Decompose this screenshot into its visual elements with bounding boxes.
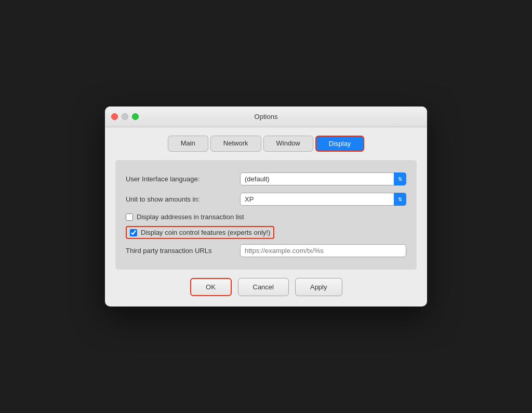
checkbox1-row: Display addresses in transaction list bbox=[126, 213, 406, 221]
display-addresses-label: Display addresses in transaction list bbox=[137, 213, 244, 221]
coin-control-highlight: Display coin control features (experts o… bbox=[126, 226, 274, 239]
window-title: Options bbox=[255, 113, 278, 121]
url-input[interactable] bbox=[240, 244, 406, 257]
apply-button[interactable]: Apply bbox=[295, 278, 342, 296]
unit-select[interactable]: XP bbox=[240, 193, 406, 206]
language-select[interactable]: (default) bbox=[240, 172, 406, 185]
display-addresses-checkbox[interactable] bbox=[126, 214, 133, 221]
close-button[interactable] bbox=[111, 113, 118, 120]
maximize-button[interactable] bbox=[132, 113, 139, 120]
ok-button[interactable]: OK bbox=[190, 278, 232, 296]
checkbox2-row: Display coin control features (experts o… bbox=[126, 226, 406, 239]
language-row: User Interface language: (default) ⇅ bbox=[126, 172, 406, 185]
coin-control-label: Display coin control features (experts o… bbox=[141, 229, 270, 236]
traffic-lights bbox=[111, 113, 139, 120]
tab-display[interactable]: Display bbox=[315, 136, 365, 152]
coin-control-checkbox[interactable] bbox=[130, 229, 137, 236]
minimize-button[interactable] bbox=[122, 113, 128, 120]
tab-main[interactable]: Main bbox=[168, 136, 208, 152]
tab-network[interactable]: Network bbox=[210, 136, 261, 152]
url-label: Third party transaction URLs bbox=[126, 247, 240, 255]
unit-label: Unit to show amounts in: bbox=[126, 195, 240, 203]
options-window: Options Main Network Window Display User… bbox=[105, 106, 427, 307]
unit-select-wrapper: XP ⇅ bbox=[240, 193, 406, 206]
tab-window[interactable]: Window bbox=[263, 136, 313, 152]
url-row: Third party transaction URLs bbox=[126, 244, 406, 257]
titlebar: Options bbox=[105, 106, 427, 127]
language-label: User Interface language: bbox=[126, 175, 240, 183]
unit-row: Unit to show amounts in: XP ⇅ bbox=[126, 193, 406, 206]
language-select-wrapper: (default) ⇅ bbox=[240, 172, 406, 185]
button-row: OK Cancel Apply bbox=[115, 278, 417, 296]
content-area: User Interface language: (default) ⇅ Uni… bbox=[115, 160, 417, 270]
cancel-button[interactable]: Cancel bbox=[238, 278, 289, 296]
window-body: Main Network Window Display User Interfa… bbox=[105, 127, 427, 307]
tab-bar: Main Network Window Display bbox=[115, 136, 417, 152]
